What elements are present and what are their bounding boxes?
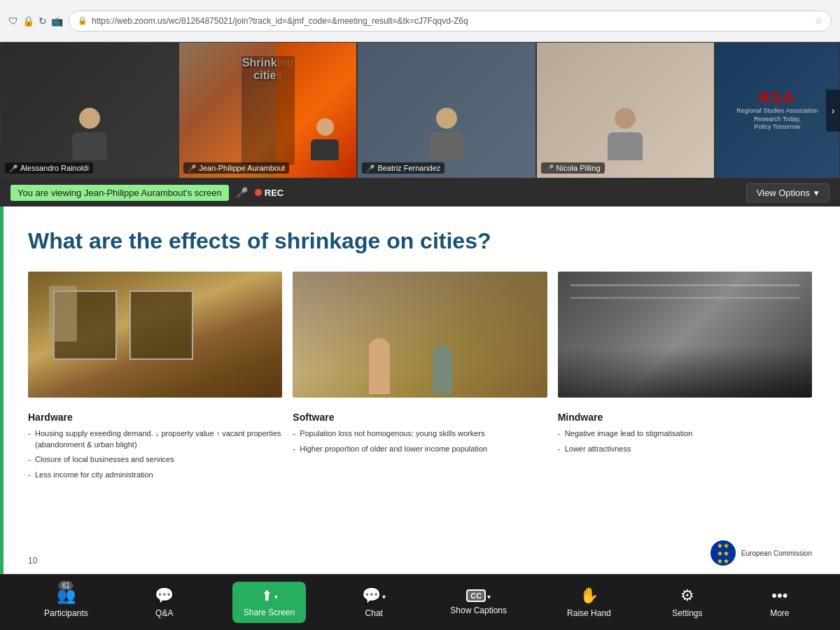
- settings-label: Settings: [672, 608, 702, 618]
- slide-title: What are the effects of shrinkage on cit…: [28, 227, 812, 254]
- participants-count-badge: 61: [59, 581, 74, 590]
- video-tile-beatriz: 🎤 Beatriz Fernandez: [357, 42, 536, 178]
- participants-label: Participants: [44, 608, 88, 618]
- chevron-down-icon: ▾: [814, 188, 819, 198]
- more-label: More: [770, 608, 789, 618]
- rsa-abbr: RSA: [759, 89, 795, 107]
- slide-images-row: [28, 272, 812, 398]
- participant-label-2: 🎤 Jean-Philippe Aurambout: [183, 162, 289, 174]
- mic-muted-icon-4: 🎤: [545, 164, 554, 172]
- toolbar-participants[interactable]: 👥 61 Participants: [36, 581, 97, 624]
- hardware-title: Hardware: [28, 412, 282, 423]
- chat-arrow: ▾: [382, 593, 386, 601]
- qa-icon: 💬: [155, 587, 174, 605]
- hardware-bullet-1: Housing supply exeeding demand. ↓ propse…: [28, 428, 282, 450]
- slide-content: What are the effects of shrinkage on cit…: [0, 206, 840, 574]
- toolbar-share-screen[interactable]: ⬆ ▾ Share Screen: [232, 582, 306, 623]
- zoom-meeting-container: 🎤 Alessandro Rainoldi Shrinking cities 🎤…: [0, 42, 840, 630]
- rec-dot: [255, 189, 262, 196]
- presenter-mic-icon: 🎤: [236, 187, 248, 198]
- share-screen-top-row: ⬆ ▾: [261, 587, 278, 604]
- captions-label: Show Captions: [450, 606, 507, 615]
- slide-number: 10: [28, 556, 37, 566]
- mic-muted-icon-1: 🎤: [9, 164, 18, 172]
- settings-gear-icon: ⚙: [680, 587, 694, 605]
- qa-label: Q&A: [155, 608, 173, 618]
- column-hardware: Hardware Housing supply exeeding demand.…: [28, 412, 282, 484]
- column-mindware: Mindware Negative image lead to stigmati…: [558, 412, 812, 484]
- column-software: Software Population loss not homogenous:…: [293, 412, 547, 484]
- bottom-toolbar: 👥 61 Participants 💬 Q&A ⬆ ▾ Share Screen…: [0, 574, 840, 630]
- participant-video-4: [608, 108, 643, 160]
- share-screen-label: Share Screen: [244, 608, 295, 617]
- toolbar-chat[interactable]: 💬 ▾ Chat: [349, 581, 398, 624]
- cast-icon: 📺: [51, 15, 63, 27]
- lock-icon: 🔒: [22, 15, 34, 27]
- browser-security-icons: 🛡 🔒 ↻ 📺: [8, 15, 63, 27]
- participant-video-1: [72, 108, 107, 160]
- slide-image-hardware: [28, 272, 282, 398]
- eu-stars-icon: ★★★★★★: [710, 540, 736, 566]
- captions-top-row: CC ▾: [466, 589, 491, 602]
- toolbar-qa[interactable]: 💬 Q&A: [140, 581, 189, 624]
- participants-icon: 👥 61: [57, 587, 76, 605]
- share-screen-icon: ⬆: [261, 587, 273, 604]
- video-tile-nicola: 🎤 Nicola Pilling: [536, 42, 715, 178]
- mic-muted-icon-3: 🎤: [366, 164, 374, 172]
- url-lock-icon: 🔒: [78, 16, 88, 25]
- participant-label-1: 🎤 Alessandro Rainoldi: [5, 162, 93, 174]
- participant-label-3: 🎤 Beatriz Fernandez: [362, 162, 444, 174]
- hardware-bullet-2: Closure of local businesses and services: [28, 454, 282, 465]
- chat-label: Chat: [365, 608, 383, 618]
- url-text: https://web.zoom.us/wc/81264875021/join?…: [92, 16, 468, 26]
- mindware-bullet-2: Lower attractivness: [558, 444, 812, 454]
- video-tile-rsa: RSA Regional Studies Association Researc…: [715, 42, 840, 178]
- slide-image-software: [293, 272, 547, 398]
- slide-columns: Hardware Housing supply exeeding demand.…: [28, 412, 812, 484]
- participant-video-3: [429, 108, 464, 160]
- toolbar-show-captions[interactable]: CC ▾ Show Captions: [442, 584, 515, 621]
- software-bullet-2: Higher proportion of older and lower inc…: [293, 444, 547, 454]
- software-bullet-1: Population loss not homogenous: young sk…: [293, 428, 547, 439]
- viewing-banner: You are viewing Jean-Philippe Aurambout'…: [0, 178, 840, 206]
- participant-label-4: 🎤 Nicola Pilling: [541, 162, 605, 174]
- rsa-name: Regional Studies Association Research To…: [736, 107, 818, 132]
- eu-logo-area: ★★★★★★ European Commission: [710, 540, 812, 566]
- hardware-bullet-3: Less income for city administration: [28, 470, 282, 480]
- slide-area: What are the effects of shrinkage on cit…: [0, 206, 840, 574]
- raise-hand-icon: ✋: [580, 587, 598, 605]
- raise-hand-label: Raise Hand: [567, 608, 611, 618]
- mic-icon-2: 🎤: [188, 164, 196, 172]
- video-tile-jean-philippe: Shrinking cities 🎤 Jean-Philippe Aurambo…: [178, 42, 357, 178]
- rsa-logo-area: RSA Regional Studies Association Researc…: [715, 43, 839, 178]
- reload-icon[interactable]: ↻: [38, 15, 47, 27]
- toolbar-more[interactable]: ••• More: [755, 581, 804, 624]
- expand-video-strip-arrow[interactable]: ›: [826, 90, 840, 132]
- software-title: Software: [293, 412, 547, 423]
- chat-top-row: 💬 ▾: [362, 587, 386, 605]
- mindware-bullet-1: Negative image lead to stigmatisation: [558, 428, 812, 439]
- rec-badge: REC: [255, 188, 284, 198]
- address-bar[interactable]: 🔒 https://web.zoom.us/wc/81264875021/joi…: [69, 10, 832, 31]
- share-screen-arrow: ▾: [274, 593, 278, 601]
- video-strip: 🎤 Alessandro Rainoldi Shrinking cities 🎤…: [0, 42, 840, 178]
- more-dots-icon: •••: [771, 587, 788, 605]
- video-tile-alessandro: 🎤 Alessandro Rainoldi: [0, 42, 178, 178]
- mindware-title: Mindware: [558, 412, 812, 423]
- view-options-button[interactable]: View Options ▾: [746, 183, 830, 202]
- eu-label: European Commission: [741, 549, 812, 558]
- jean-silhouette: [311, 118, 339, 160]
- browser-chrome: 🛡 🔒 ↻ 📺 🔒 https://web.zoom.us/wc/8126487…: [0, 0, 840, 42]
- toolbar-settings[interactable]: ⚙ Settings: [663, 581, 712, 624]
- shield-icon: 🛡: [8, 15, 18, 27]
- captions-arrow: ▾: [487, 593, 491, 601]
- viewing-text: You are viewing Jean-Philippe Aurambout'…: [10, 185, 229, 201]
- cc-icon: CC: [466, 589, 486, 602]
- slide-image-mindware: [558, 272, 812, 398]
- bookmark-star-icon[interactable]: ☆: [815, 16, 822, 26]
- chat-icon: 💬: [362, 587, 381, 605]
- toolbar-raise-hand[interactable]: ✋ Raise Hand: [559, 581, 620, 624]
